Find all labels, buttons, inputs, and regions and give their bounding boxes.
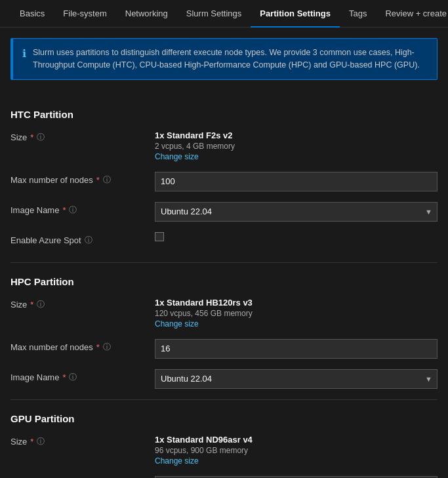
hpc-image-control: Ubuntu 20.04 Ubuntu 22.04 CentOS 7 CentO…	[155, 369, 438, 389]
hpc-size-row: Size * ⓘ 1x Standard HB120rs v3 120 vcpu…	[10, 296, 438, 330]
gpu-size-required: *	[30, 437, 33, 447]
htc-size-label: Size * ⓘ	[10, 129, 155, 143]
hpc-image-row: Image Name * ⓘ Ubuntu 20.04 Ubuntu 22.04…	[10, 369, 438, 390]
hpc-max-nodes-required: *	[96, 342, 100, 352]
hpc-image-select-wrapper: Ubuntu 20.04 Ubuntu 22.04 CentOS 7 CentO…	[155, 369, 438, 389]
htc-size-name: 1x Standard F2s v2	[155, 130, 438, 140]
nav-bar: Basics File-system Networking Slurm Sett…	[0, 0, 448, 28]
htc-azure-spot-checkbox[interactable]	[155, 232, 164, 241]
htc-size-row: Size * ⓘ 1x Standard F2s v2 2 vcpus, 4 G…	[10, 129, 438, 163]
htc-max-nodes-info-icon[interactable]: ⓘ	[103, 174, 111, 186]
hpc-max-nodes-control	[155, 339, 438, 359]
hpc-max-nodes-info-icon[interactable]: ⓘ	[103, 342, 111, 353]
nav-item-basics[interactable]: Basics	[10, 0, 54, 28]
htc-azure-spot-info-icon[interactable]: ⓘ	[85, 235, 92, 246]
htc-azure-spot-row: Enable Azure Spot ⓘ	[10, 232, 438, 253]
htc-size-details: 2 vcpus, 4 GB memory	[155, 142, 438, 151]
gpu-max-nodes-control	[155, 476, 438, 479]
htc-section-header: HTC Partition	[10, 109, 438, 120]
gpu-size-display: 1x Standard ND96asr v4 96 vcpus, 900 GB …	[155, 433, 438, 467]
hpc-size-details: 120 vcpus, 456 GB memory	[155, 309, 438, 318]
hpc-section-header: HPC Partition	[10, 276, 438, 287]
htc-max-nodes-label: Max number of nodes * ⓘ	[10, 172, 155, 186]
nav-item-tags[interactable]: Tags	[340, 0, 376, 28]
htc-change-size-link[interactable]: Change size	[155, 152, 438, 161]
hpc-gpu-divider	[10, 399, 438, 400]
htc-image-select-wrapper: Ubuntu 20.04 Ubuntu 22.04 CentOS 7 CentO…	[155, 202, 438, 222]
hpc-image-select[interactable]: Ubuntu 20.04 Ubuntu 22.04 CentOS 7 CentO…	[155, 369, 438, 389]
htc-image-label: Image Name * ⓘ	[10, 202, 155, 216]
htc-azure-spot-control	[155, 232, 438, 241]
gpu-size-row: Size * ⓘ 1x Standard ND96asr v4 96 vcpus…	[10, 433, 438, 467]
hpc-size-name: 1x Standard HB120rs v3	[155, 298, 438, 308]
info-banner: ℹ Slurm uses partitions to distinguish d…	[10, 38, 438, 80]
info-banner-text: Slurm uses partitions to distinguish dif…	[33, 47, 428, 71]
gpu-size-label: Size * ⓘ	[10, 433, 155, 447]
htc-max-nodes-required: *	[96, 175, 100, 185]
htc-azure-spot-label: Enable Azure Spot ⓘ	[10, 232, 155, 246]
htc-size-info-icon[interactable]: ⓘ	[37, 132, 45, 143]
gpu-max-nodes-row: Max number of nodes * ⓘ	[10, 476, 438, 479]
hpc-size-required: *	[30, 300, 33, 309]
htc-image-required: *	[62, 205, 66, 215]
hpc-max-nodes-input[interactable]	[155, 339, 438, 359]
hpc-size-display: 1x Standard HB120rs v3 120 vcpus, 456 GB…	[155, 296, 438, 330]
htc-max-nodes-control	[155, 172, 438, 191]
gpu-size-info-icon[interactable]: ⓘ	[37, 436, 45, 447]
htc-hpc-divider	[10, 262, 438, 263]
htc-max-nodes-input[interactable]	[155, 172, 438, 191]
info-icon: ℹ	[22, 47, 26, 60]
nav-item-slurm[interactable]: Slurm Settings	[177, 0, 251, 28]
gpu-max-nodes-input[interactable]	[155, 476, 438, 479]
gpu-size-details: 96 vcpus, 900 GB memory	[155, 446, 438, 455]
gpu-change-size-link[interactable]: Change size	[155, 456, 438, 466]
hpc-max-nodes-row: Max number of nodes * ⓘ	[10, 339, 438, 360]
nav-item-review[interactable]: Review + create	[376, 0, 448, 28]
gpu-max-nodes-label: Max number of nodes * ⓘ	[10, 476, 155, 479]
htc-size-required: *	[30, 132, 33, 142]
htc-image-row: Image Name * ⓘ Ubuntu 20.04 Ubuntu 22.04…	[10, 202, 438, 223]
hpc-max-nodes-label: Max number of nodes * ⓘ	[10, 339, 155, 353]
hpc-size-info-icon[interactable]: ⓘ	[37, 299, 45, 310]
htc-image-control: Ubuntu 20.04 Ubuntu 22.04 CentOS 7 CentO…	[155, 202, 438, 222]
htc-image-select[interactable]: Ubuntu 20.04 Ubuntu 22.04 CentOS 7 CentO…	[155, 202, 438, 222]
nav-item-networking[interactable]: Networking	[116, 0, 177, 28]
htc-image-info-icon[interactable]: ⓘ	[69, 205, 77, 216]
gpu-size-name: 1x Standard ND96asr v4	[155, 435, 438, 445]
hpc-image-required: *	[62, 372, 66, 382]
gpu-section-header: GPU Partition	[10, 413, 438, 424]
hpc-image-info-icon[interactable]: ⓘ	[69, 372, 77, 383]
htc-max-nodes-row: Max number of nodes * ⓘ	[10, 172, 438, 193]
hpc-change-size-link[interactable]: Change size	[155, 319, 438, 329]
hpc-image-label: Image Name * ⓘ	[10, 369, 155, 383]
hpc-size-label: Size * ⓘ	[10, 296, 155, 310]
main-content: HTC Partition Size * ⓘ 1x Standard F2s v…	[0, 90, 448, 479]
nav-item-filesystem[interactable]: File-system	[54, 0, 115, 28]
nav-item-partition[interactable]: Partition Settings	[251, 0, 340, 28]
htc-size-display: 1x Standard F2s v2 2 vcpus, 4 GB memory …	[155, 129, 438, 163]
